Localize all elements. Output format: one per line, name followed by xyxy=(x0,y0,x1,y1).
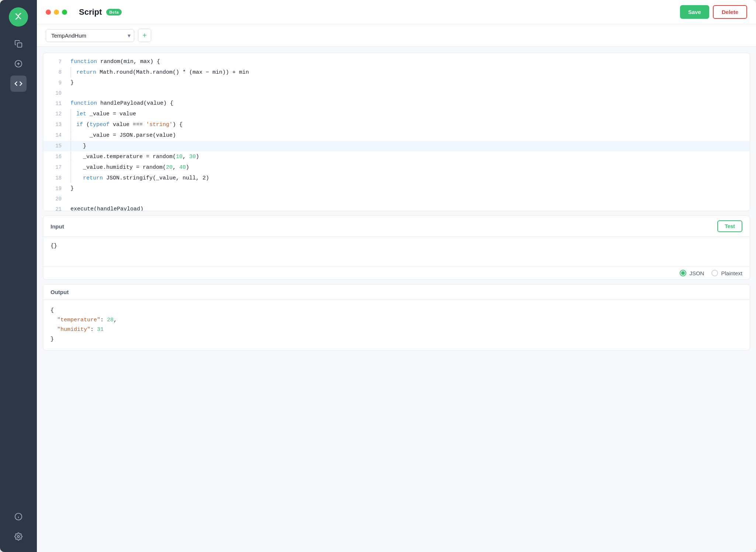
sidebar-item-duplicate[interactable] xyxy=(10,36,27,52)
line-content-12: let _value = value xyxy=(70,109,742,119)
app-window: Script Beta Save Delete TempAndHum ▾ + xyxy=(0,0,756,552)
output-panel: Output { "temperature": 28, "humidity": … xyxy=(43,284,750,350)
code-editor[interactable]: 7 function random(min, max) { 8 return M… xyxy=(43,53,750,211)
panels: 7 function random(min, max) { 8 return M… xyxy=(37,47,756,552)
traffic-lights xyxy=(46,10,67,15)
code-line-19: 19 } xyxy=(43,184,750,194)
page-header-left: Script Beta xyxy=(46,7,122,17)
sidebar-item-info[interactable] xyxy=(10,509,27,525)
code-line-8: 8 return Math.round(Math.random() * (max… xyxy=(43,67,750,78)
code-line-13: 13 if (typeof value === 'string') { xyxy=(43,119,750,130)
code-line-10: 10 xyxy=(43,88,750,98)
format-json-radio[interactable] xyxy=(680,270,686,276)
code-line-7: 7 function random(min, max) { xyxy=(43,57,750,67)
output-line-1: { xyxy=(51,306,742,315)
code-line-9: 9 } xyxy=(43,78,750,88)
line-content-14: _value = JSON.parse(value) xyxy=(70,130,742,141)
line-content-21: execute(handlePayload) xyxy=(70,204,742,211)
save-button[interactable]: Save xyxy=(680,5,709,19)
page-header: Script Beta Save Delete xyxy=(37,0,756,24)
code-line-18: 18 return JSON.stringify(_value, null, 2… xyxy=(43,173,750,184)
line-content-18: return JSON.stringify(_value, null, 2) xyxy=(70,173,742,184)
line-content-13: if (typeof value === 'string') { xyxy=(70,119,742,130)
line-num-12: 12 xyxy=(51,109,62,119)
line-content-9: } xyxy=(70,78,742,88)
code-line-11: 11 function handlePayload(value) { xyxy=(43,98,750,109)
line-content-17: _value.humidity = random(20, 40) xyxy=(70,162,742,173)
svg-rect-0 xyxy=(17,43,22,47)
line-num-14: 14 xyxy=(51,130,62,140)
line-num-9: 9 xyxy=(51,78,62,88)
script-toolbar: TempAndHum ▾ + xyxy=(37,24,756,47)
line-num-17: 17 xyxy=(51,162,62,172)
beta-badge: Beta xyxy=(106,9,122,15)
code-line-20: 20 xyxy=(43,194,750,204)
line-num-16: 16 xyxy=(51,151,62,162)
line-num-8: 8 xyxy=(51,67,62,77)
line-num-13: 13 xyxy=(51,119,62,130)
line-num-20: 20 xyxy=(51,194,62,204)
traffic-light-red[interactable] xyxy=(46,10,51,15)
line-num-15: 15 xyxy=(51,141,62,151)
line-content-15: } xyxy=(70,141,742,151)
line-content-19: } xyxy=(70,184,742,194)
output-panel-title: Output xyxy=(51,289,69,295)
format-json-text: JSON xyxy=(689,270,704,276)
code-line-12: 12 let _value = value xyxy=(43,109,750,119)
page-header-right: Save Delete xyxy=(680,5,747,19)
format-plaintext-label[interactable]: Plaintext xyxy=(711,270,742,276)
input-panel-header: Input Test xyxy=(43,216,750,237)
output-line-3: "humidity": 31 xyxy=(51,325,742,335)
line-content-11: function handlePayload(value) { xyxy=(70,98,742,109)
code-line-17: 17 _value.humidity = random(20, 40) xyxy=(43,162,750,173)
svg-point-7 xyxy=(17,535,20,538)
code-line-14: 14 _value = JSON.parse(value) xyxy=(43,130,750,141)
line-num-19: 19 xyxy=(51,184,62,194)
sidebar-item-settings[interactable] xyxy=(10,528,27,545)
input-panel-title: Input xyxy=(51,223,64,230)
main-content: Script Beta Save Delete TempAndHum ▾ + xyxy=(37,0,756,552)
code-line-15: 15 } xyxy=(43,141,750,151)
line-num-21: 21 xyxy=(51,204,62,211)
input-panel: Input Test {} JSON Plaintext xyxy=(43,216,750,280)
code-line-16: 16 _value.temperature = random(10, 30) xyxy=(43,151,750,162)
script-select[interactable]: TempAndHum xyxy=(46,29,134,42)
line-content-7: function random(min, max) { xyxy=(70,57,742,67)
delete-button[interactable]: Delete xyxy=(713,5,747,19)
traffic-light-green[interactable] xyxy=(62,10,67,15)
sidebar-item-code[interactable] xyxy=(10,76,27,92)
format-json-label[interactable]: JSON xyxy=(680,270,704,276)
output-panel-body: { "temperature": 28, "humidity": 31 } xyxy=(43,300,750,350)
page-title: Script xyxy=(79,7,102,17)
app-container: Script Beta Save Delete TempAndHum ▾ + xyxy=(0,0,756,552)
input-panel-body[interactable]: {} xyxy=(43,237,750,266)
line-num-18: 18 xyxy=(51,173,62,183)
code-line-21: 21 execute(handlePayload) xyxy=(43,204,750,211)
input-panel-footer: JSON Plaintext xyxy=(43,266,750,279)
line-content-8: return Math.round(Math.random() * (max −… xyxy=(70,67,742,78)
sidebar xyxy=(0,0,37,552)
line-num-11: 11 xyxy=(51,98,62,109)
line-content-16: _value.temperature = random(10, 30) xyxy=(70,151,742,162)
input-value: {} xyxy=(51,243,57,249)
format-plaintext-radio[interactable] xyxy=(711,270,718,276)
output-line-4: } xyxy=(51,335,742,344)
line-num-10: 10 xyxy=(51,88,62,98)
line-num-7: 7 xyxy=(51,57,62,67)
code-editor-panel[interactable]: 7 function random(min, max) { 8 return M… xyxy=(43,53,750,211)
logo-button[interactable] xyxy=(9,7,28,27)
output-panel-header: Output xyxy=(43,284,750,300)
test-button[interactable]: Test xyxy=(717,220,742,232)
output-line-2: "temperature": 28, xyxy=(51,315,742,325)
script-select-wrapper: TempAndHum ▾ xyxy=(46,29,134,42)
traffic-light-yellow[interactable] xyxy=(54,10,59,15)
add-script-button[interactable]: + xyxy=(138,29,151,42)
sidebar-item-add[interactable] xyxy=(10,56,27,72)
format-plaintext-text: Plaintext xyxy=(721,270,742,276)
